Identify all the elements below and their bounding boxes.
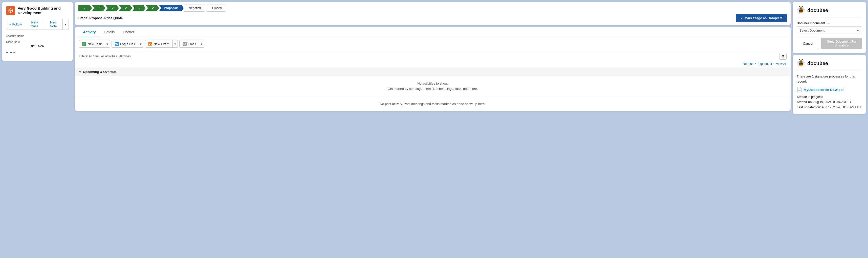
left-panel: Very Good Building and Development + Fol… <box>2 2 73 61</box>
docubee-logo-icon-top <box>797 6 805 15</box>
right-panel: docubee Docubee Document ← Select Docume… <box>793 2 866 114</box>
activity-panel: Activity Details Chatter ☑ New Task ▾ ☎ … <box>75 27 790 111</box>
action-dropdown-button[interactable]: ▾ <box>63 19 69 30</box>
docubee-document-label: Docubee Document ← <box>797 21 862 26</box>
new-event-dropdown[interactable]: ▾ <box>173 40 178 48</box>
stage-steps: ✓ ✓ ✓ ✓ ✓ ✓ Proposal/... Negotiati... Cl… <box>79 5 787 12</box>
log-call-dropdown[interactable]: ▾ <box>138 40 144 48</box>
new-task-group: ☑ New Task ▾ <box>79 40 110 48</box>
stage-step-proposal[interactable]: Proposal/... <box>159 5 184 11</box>
stage-step-1[interactable]: ✓ <box>79 5 92 11</box>
svg-rect-18 <box>799 64 803 65</box>
svg-point-23 <box>802 62 804 63</box>
docubee-document-field: Docubee Document ← Select Document <box>797 21 862 34</box>
app-icon <box>6 6 15 15</box>
tab-activity[interactable]: Activity <box>79 27 100 37</box>
checkmark-icon: ✓ <box>740 16 743 20</box>
filters-text: Filters: All time · All activities · All… <box>79 54 131 58</box>
email-group: ✉ Email ▾ <box>179 40 205 48</box>
close-date-value: 8/1/2026 <box>6 44 69 48</box>
stage-label: Stage: Proposal/Price Quote <box>79 16 123 20</box>
stage-step-2[interactable]: ✓ <box>92 5 105 11</box>
docubee-bottom-header: docubee <box>797 59 862 70</box>
new-event-button[interactable]: 📅 New Event <box>145 40 173 48</box>
mark-stage-complete-button[interactable]: ✓ Mark Stage as Complete <box>736 14 787 22</box>
stage-step-4[interactable]: ✓ <box>119 5 132 11</box>
email-button[interactable]: ✉ Email <box>179 40 199 48</box>
empty-line2: Get started by sending an email, schedul… <box>79 86 786 91</box>
file-row: 📄 MyUploadedFile-NEW.pdf <box>797 87 862 93</box>
new-task-button[interactable]: ☑ New Task <box>79 40 105 48</box>
svg-point-27 <box>802 59 803 60</box>
account-name-label: Account Name <box>6 34 69 37</box>
empty-activity: No activities to show. Get started by se… <box>75 76 790 97</box>
middle-panel: ✓ ✓ ✓ ✓ ✓ ✓ Proposal/... Negotiati... Cl… <box>75 2 790 111</box>
docubee-document-select[interactable]: Select Document <box>797 27 862 34</box>
svg-point-6 <box>800 8 801 9</box>
file-status: Status: In progress <box>797 95 862 100</box>
left-header: Very Good Building and Development <box>6 6 69 15</box>
tab-details[interactable]: Details <box>100 27 119 37</box>
action-bar: + Follow New Case New Note ▾ <box>6 19 69 30</box>
stage-step-negotiation[interactable]: Negotiati... <box>184 5 207 12</box>
event-icon: 📅 <box>148 42 152 46</box>
file-started: Started on: Aug 19, 2024, 08:56 AM EDT <box>797 100 862 105</box>
email-dropdown[interactable]: ▾ <box>199 40 204 48</box>
svg-point-8 <box>798 9 800 10</box>
docubee-bottom-card: docubee There are 1 signature processes … <box>793 55 866 114</box>
stage-container: ✓ ✓ ✓ ✓ ✓ ✓ Proposal/... Negotiati... Cl… <box>75 2 790 25</box>
separator-1: • <box>755 62 756 66</box>
svg-point-25 <box>799 59 800 60</box>
page-title: Very Good Building and Development <box>18 6 69 15</box>
empty-line1: No activities to show. <box>79 81 786 86</box>
cancel-button[interactable]: Cancel <box>797 38 819 49</box>
upcoming-section-header: ∨ Upcoming & Overdue <box>75 68 790 76</box>
svg-point-9 <box>802 9 804 10</box>
log-call-button[interactable]: ☎ Log a Call <box>112 40 138 48</box>
past-activity-text: No past activity. Past meetings and task… <box>79 102 786 106</box>
svg-point-22 <box>798 62 800 63</box>
new-note-button[interactable]: New Note <box>44 19 63 30</box>
follow-button[interactable]: + Follow <box>6 19 25 30</box>
task-icon: ☑ <box>82 42 86 46</box>
stage-step-3[interactable]: ✓ <box>105 5 119 11</box>
activity-action-buttons: ☑ New Task ▾ ☎ Log a Call ▾ 📅 New Event … <box>75 37 790 51</box>
stage-step-5[interactable]: ✓ <box>132 5 146 11</box>
new-task-dropdown[interactable]: ▾ <box>105 40 110 48</box>
new-case-button[interactable]: New Case <box>25 19 44 30</box>
upcoming-title: Upcoming & Overdue <box>83 70 117 74</box>
close-date-label: Close Date <box>6 40 69 43</box>
expand-all-button[interactable]: Expand All <box>757 62 772 66</box>
call-icon: ☎ <box>115 42 119 46</box>
file-name[interactable]: MyUploadedFile-NEW.pdf <box>804 88 843 91</box>
close-date-field: Close Date 8/1/2026 <box>6 40 69 48</box>
section-toggle[interactable]: ∨ <box>79 70 82 74</box>
view-all-button[interactable]: View All <box>776 62 786 66</box>
email-icon: ✉ <box>183 42 187 46</box>
stage-step-6[interactable]: ✓ <box>146 5 159 11</box>
signature-processes-info: There are 1 signature processes for this… <box>797 74 862 84</box>
docubee-logo-text-bottom: docubee <box>807 61 828 66</box>
svg-rect-3 <box>799 10 803 11</box>
log-call-group: ☎ Log a Call ▾ <box>112 40 144 48</box>
send-document-button: Send Document For Signature <box>821 38 862 49</box>
docubee-top-header: docubee <box>797 6 862 17</box>
docubee-button-row: Cancel Send Document For Signature <box>797 38 862 49</box>
tab-chatter[interactable]: Chatter <box>119 27 138 37</box>
docubee-logo-icon-bottom <box>797 59 805 68</box>
refresh-button[interactable]: Refresh <box>743 62 753 66</box>
plus-icon: + <box>9 23 11 26</box>
file-updated: Last updated on: Aug 19, 2024, 08:56 AM … <box>797 105 862 110</box>
account-name-field: Account Name <box>6 34 69 37</box>
svg-point-20 <box>800 61 801 62</box>
gear-button[interactable]: ⚙ <box>779 53 786 60</box>
svg-point-7 <box>801 8 802 9</box>
stage-step-closed[interactable]: Closed <box>207 5 225 12</box>
docubee-top-card: docubee Docubee Document ← Select Docume… <box>793 2 866 53</box>
svg-rect-17 <box>799 63 803 64</box>
amount-label: Amount <box>6 51 69 54</box>
arrow-indicator: ← <box>827 21 831 26</box>
svg-point-13 <box>802 6 803 7</box>
amount-field: Amount <box>6 51 69 54</box>
past-activity: No past activity. Past meetings and task… <box>75 97 790 111</box>
